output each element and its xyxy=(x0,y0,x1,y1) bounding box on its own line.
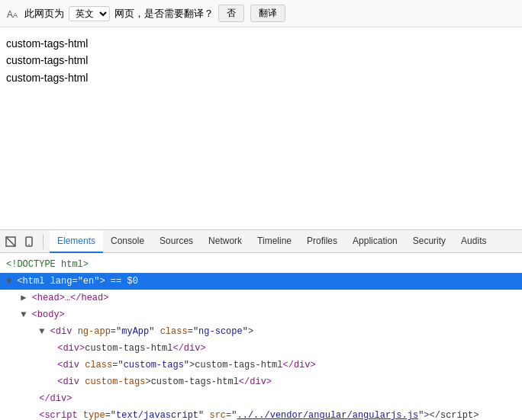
devtools-toolbar: Elements Console Sources Network Timelin… xyxy=(0,230,522,253)
lang-attr: lang xyxy=(50,276,72,287)
translation-bar: A A 此网页为 英文 网页，是否需要翻译？ 否 翻译 xyxy=(0,0,522,27)
devtools-panel: Elements Console Sources Network Timelin… xyxy=(0,229,522,420)
source-lang-label: 此网页为 xyxy=(24,7,64,21)
language-select[interactable]: 英文 xyxy=(69,6,110,21)
dom-script1[interactable]: <script type="text/javascript" src="../.… xyxy=(0,407,522,420)
mobile-device-icon[interactable] xyxy=(21,234,37,249)
expand-arrow-html[interactable]: ▼ xyxy=(6,276,11,287)
expand-arrow-body[interactable]: ▼ xyxy=(21,309,26,320)
devtools-icons xyxy=(3,234,44,249)
tab-network[interactable]: Network xyxy=(201,230,250,253)
translate-no-button[interactable]: 否 xyxy=(218,5,244,22)
tab-elements[interactable]: Elements xyxy=(50,230,103,253)
content-line-1: custom-tags-html xyxy=(6,35,516,52)
translate-yes-button[interactable]: 翻译 xyxy=(250,5,285,22)
lang-value: en xyxy=(83,276,94,287)
dom-body-open[interactable]: ▼ <body> xyxy=(0,306,522,323)
dom-div-close[interactable]: </div> xyxy=(0,390,522,407)
tab-security[interactable]: Security xyxy=(405,230,453,253)
tab-console[interactable]: Console xyxy=(103,230,152,253)
dollar-ref: == $0 xyxy=(111,276,138,287)
svg-text:A: A xyxy=(13,11,18,19)
svg-line-3 xyxy=(6,237,15,246)
expand-arrow-ngapp[interactable]: ▼ xyxy=(39,326,44,337)
tab-audits[interactable]: Audits xyxy=(453,230,494,253)
dom-div-custom1[interactable]: <div>custom-tags-html</div> xyxy=(0,340,522,357)
svg-text:A: A xyxy=(7,9,13,20)
content-line-2: custom-tags-html xyxy=(6,52,516,69)
tab-profiles[interactable]: Profiles xyxy=(299,230,345,253)
dom-div-ngapp[interactable]: ▼ <div ng-app="myApp" class="ng-scope"> xyxy=(0,323,522,340)
dom-doctype[interactable]: <!DOCTYPE html> xyxy=(0,256,522,273)
content-line-3: custom-tags-html xyxy=(6,69,516,86)
html-tag: <html xyxy=(17,276,50,287)
tab-sources[interactable]: Sources xyxy=(152,230,201,253)
translate-prompt: 网页，是否需要翻译？ xyxy=(114,7,214,21)
devtools-tabs: Elements Console Sources Network Timelin… xyxy=(50,230,494,253)
script1-src[interactable]: ../../vendor/angular/angularjs.js xyxy=(237,410,418,420)
dom-tree: <!DOCTYPE html> ▼ <html lang="en"> == $0… xyxy=(0,253,522,420)
dom-html-open[interactable]: ▼ <html lang="en"> == $0 xyxy=(0,273,522,290)
tab-timeline[interactable]: Timeline xyxy=(250,230,299,253)
dom-head[interactable]: ▶ <head>…</head> xyxy=(0,290,522,306)
tab-application[interactable]: Application xyxy=(345,230,405,253)
expand-arrow-head[interactable]: ▶ xyxy=(21,293,26,303)
dom-div-custom2[interactable]: <div class="custom-tags">custom-tags-htm… xyxy=(0,357,522,374)
dom-div-custom3[interactable]: <div custom-tags>custom-tags-html</div> xyxy=(0,374,522,390)
translate-icon: A A xyxy=(6,8,20,20)
doctype-text: <!DOCTYPE html> xyxy=(6,259,89,270)
page-content: custom-tags-html custom-tags-html custom… xyxy=(0,27,522,195)
inspect-element-icon[interactable] xyxy=(3,234,18,249)
